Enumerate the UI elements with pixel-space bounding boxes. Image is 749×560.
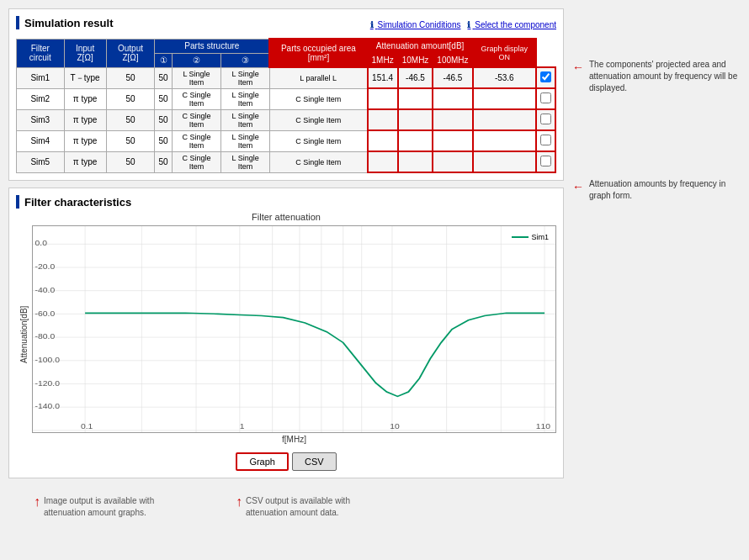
section-bar — [16, 16, 19, 29]
cell-area — [368, 109, 398, 130]
conditions-link[interactable]: ℹ Simulation Coniditions — [370, 20, 461, 29]
legend-label: Sim1 — [531, 233, 549, 241]
col-parts-1: ① — [155, 53, 172, 67]
cell-area — [368, 88, 398, 109]
graph-button[interactable]: Graph — [236, 452, 289, 471]
chart-svg-area: Sim1 — [32, 225, 556, 433]
cell-input-z: 50 — [106, 67, 155, 88]
cell-graph-checkbox[interactable] — [536, 109, 555, 130]
cell-graph-checkbox[interactable] — [536, 151, 555, 172]
chart-wrapper: Attenuation[dB] Sim1 — [16, 225, 556, 444]
col-parts-structure: Parts structure — [155, 39, 269, 53]
col-filter-circuit: Filter circuit — [17, 39, 65, 67]
chart-title: Filter attenuation — [16, 212, 556, 222]
svg-text:-80.0: -80.0 — [35, 332, 56, 341]
graph-display-checkbox[interactable] — [540, 71, 551, 82]
select-component-link[interactable]: ℹ Select the component — [467, 20, 556, 29]
col-graph-display: Graph display ON — [473, 39, 536, 67]
col-parts-2: ② — [172, 53, 221, 67]
cell-att-100mhz — [473, 130, 536, 151]
graph-display-checkbox[interactable] — [540, 114, 551, 124]
col-parts-3: ③ — [221, 53, 269, 67]
svg-text:10: 10 — [390, 422, 400, 431]
cell-att-10mhz — [433, 109, 472, 130]
table-row: Sim5π type5050C Single ItemL Single Item… — [17, 151, 556, 172]
svg-text:-120.0: -120.0 — [35, 379, 60, 388]
annotation-chart-text: Attenuation amounts by frequency in grap… — [589, 178, 741, 202]
table-row: Sim4π type5050C Single ItemL Single Item… — [17, 130, 556, 151]
cell-filter-circuit: π type — [64, 151, 106, 172]
cell-graph-checkbox[interactable] — [536, 88, 555, 109]
cell-parts1: C Single Item — [172, 130, 221, 151]
annotation-csv-text: CSV output is available with attenuation… — [246, 495, 387, 519]
cell-input-z: 50 — [106, 88, 155, 109]
simulation-table: Filter circuit Input Z[Ω] Output Z[Ω] Pa… — [16, 38, 556, 173]
arrow-up-left-2: ↑ — [236, 495, 242, 509]
svg-text:110: 110 — [536, 422, 550, 431]
cell-graph-checkbox[interactable] — [536, 130, 555, 151]
cell-id: Sim1 — [17, 67, 65, 88]
annotation-table-text: The components' projected area and atten… — [589, 59, 741, 94]
button-row: Graph CSV — [16, 452, 556, 471]
cell-id: Sim4 — [17, 130, 65, 151]
cell-att-100mhz — [473, 151, 536, 172]
svg-text:-20.0: -20.0 — [35, 262, 56, 271]
annotation-chart: ← Attenuation amounts by frequency in gr… — [572, 178, 741, 202]
cell-parts1: C Single Item — [172, 88, 221, 109]
col-att-1mhz: 1MHz — [368, 53, 398, 67]
cell-att-100mhz — [473, 88, 536, 109]
cell-att-1mhz — [398, 151, 433, 172]
select-info-icon: ℹ — [467, 20, 470, 29]
graph-display-checkbox[interactable] — [540, 135, 551, 145]
table-row: Sim2π type5050C Single ItemL Single Item… — [17, 88, 556, 109]
col-occupied-area: Parts occupied area [mm²] — [269, 39, 367, 67]
cell-output-z: 50 — [155, 109, 172, 130]
cell-parts3: L parallel L — [269, 67, 367, 88]
chart-legend: Sim1 — [512, 233, 549, 241]
chart-container: Filter attenuation Attenuation[dB] Sim1 — [16, 212, 556, 447]
cell-parts3: C Single Item — [269, 151, 367, 172]
cell-parts2: L Single Item — [221, 88, 269, 109]
svg-text:0.0: 0.0 — [35, 239, 47, 247]
filter-char-header: Filter characteristics — [16, 195, 556, 209]
col-att-100mhz: 100MHz — [433, 53, 472, 67]
graph-display-checkbox[interactable] — [540, 156, 551, 166]
cell-parts2: L Single Item — [221, 130, 269, 151]
cell-filter-circuit: π type — [64, 109, 106, 130]
cell-id: Sim2 — [17, 88, 65, 109]
cell-graph-checkbox[interactable] — [536, 67, 555, 88]
cell-att-10mhz: -46.5 — [433, 67, 472, 88]
cell-parts2: L Single Item — [221, 67, 269, 88]
csv-button[interactable]: CSV — [292, 452, 337, 471]
cell-parts2: L Single Item — [221, 109, 269, 130]
cell-input-z: 50 — [106, 109, 155, 130]
cell-parts1: L Single Item — [172, 67, 221, 88]
filter-section-bar — [16, 195, 19, 209]
cell-output-z: 50 — [155, 88, 172, 109]
cell-parts3: C Single Item — [269, 88, 367, 109]
cell-att-100mhz: -53.6 — [473, 67, 536, 88]
arrow-left-icon: ← — [572, 60, 584, 77]
sim-result-header: Simulation result — [16, 16, 113, 29]
cell-filter-circuit: π type — [64, 130, 106, 151]
cell-id: Sim3 — [17, 109, 65, 130]
cell-att-1mhz — [398, 130, 433, 151]
cell-att-10mhz — [433, 130, 472, 151]
cell-area — [368, 130, 398, 151]
arrow-up-left-1: ↑ — [34, 495, 40, 509]
cell-att-1mhz: -46.5 — [398, 67, 433, 88]
cell-att-1mhz — [398, 109, 433, 130]
svg-text:-60.0: -60.0 — [35, 309, 56, 317]
cell-parts3: C Single Item — [269, 109, 367, 130]
col-input-z: Input Z[Ω] — [64, 39, 106, 67]
graph-display-checkbox[interactable] — [540, 92, 551, 103]
y-axis-label: Attenuation[dB] — [16, 225, 32, 444]
cell-output-z: 50 — [155, 151, 172, 172]
cell-parts1: C Single Item — [172, 151, 221, 172]
cell-id: Sim5 — [17, 151, 65, 172]
cell-input-z: 50 — [106, 130, 155, 151]
cell-att-10mhz — [433, 151, 472, 172]
conditions-info-icon: ℹ — [370, 20, 374, 29]
cell-parts3: C Single Item — [269, 130, 367, 151]
sim-links: ℹ Simulation Coniditions ℹ Select the co… — [370, 20, 556, 29]
